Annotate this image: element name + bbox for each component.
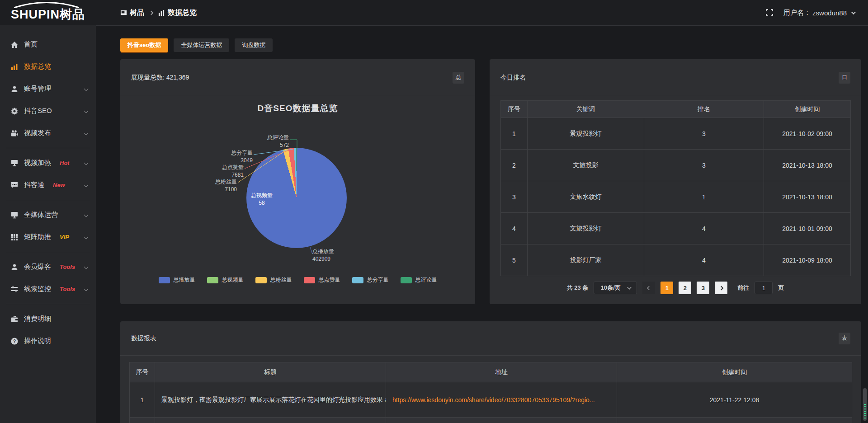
legend-item-shares[interactable]: 总分享量 xyxy=(352,276,389,284)
table-row: 3 文旅水纹灯 1 2021-10-13 18:00 xyxy=(501,181,851,213)
goto-unit: 页 xyxy=(778,284,784,292)
username: zswodun88 xyxy=(812,9,847,17)
sidebar-item-lead-monitor[interactable]: 线索监控 Tools xyxy=(0,278,96,300)
chevron-down-icon xyxy=(84,235,89,240)
monitor-icon xyxy=(11,212,18,219)
chevron-down-icon xyxy=(627,285,632,290)
legend-swatch xyxy=(207,277,218,283)
legend-item-plays[interactable]: 总播放量 xyxy=(159,276,195,284)
fullscreen-icon[interactable] xyxy=(765,9,774,17)
sidebar-item-omni-media[interactable]: 全媒体运营 xyxy=(0,204,96,226)
page-button-1[interactable]: 1 xyxy=(660,282,673,294)
page-button-3[interactable]: 3 xyxy=(697,282,709,294)
sidebar-item-douyin-seo[interactable]: 抖音SEO xyxy=(0,100,96,122)
sidebar-item-data-overview[interactable]: 数据总览 xyxy=(0,56,96,78)
app-square-icon xyxy=(120,9,127,16)
table-row: 2 文旅投影 3 2021-10-13 18:00 xyxy=(501,150,851,181)
chevron-down-icon xyxy=(84,183,89,188)
legend-item-fans[interactable]: 总粉丝量 xyxy=(255,276,292,284)
table-header-row: 序号 标题 地址 创建时间 xyxy=(130,362,852,382)
sidebar-item-doukengtong[interactable]: 抖客通 New xyxy=(0,174,96,196)
home-icon xyxy=(11,41,18,48)
legend-item-videos[interactable]: 总视频量 xyxy=(207,276,244,284)
chart-title: D音SEO数据量总览 xyxy=(120,103,475,114)
pie-label-comments: 总评论量572 xyxy=(267,134,289,149)
bar-chart-icon xyxy=(158,9,165,16)
pie-label-videos: 总视频量58 xyxy=(249,192,274,207)
video-url-link[interactable]: https://www.iesdouyin.com/share/video/70… xyxy=(392,396,595,404)
page-size-select[interactable]: 10条/页 xyxy=(594,282,637,294)
legend-swatch xyxy=(352,277,363,283)
chevron-right-icon xyxy=(719,286,723,290)
chat-bubble-icon xyxy=(11,182,18,189)
chevron-down-icon xyxy=(84,213,89,217)
hot-badge: Hot xyxy=(60,160,70,166)
table-row: 1 景观投影灯，夜游景观投影灯厂家展示展示落花灯在花园里的灯光投影应用效果 # … xyxy=(130,382,852,418)
sidebar-item-account[interactable]: 账号管理 xyxy=(0,78,96,100)
data-report-panel: 数据报表 表 序号 标题 地址 创建时间 1 景观投影灯，夜游景观投影灯厂家展示… xyxy=(120,321,861,423)
prev-page-button[interactable] xyxy=(642,282,655,294)
user-menu[interactable]: 用户名：zswodun88 xyxy=(783,9,854,17)
today-ranking-panel: 今日排名 日 序号 关键词 排名 创建时间 1 景观投影灯 3 xyxy=(490,59,861,304)
sidebar-item-video-heat[interactable]: 视频加热 Hot xyxy=(0,152,96,174)
sidebar-divider xyxy=(6,200,90,200)
day-view-button[interactable]: 日 xyxy=(839,72,850,84)
total-view-button[interactable]: 总 xyxy=(453,72,464,84)
chevron-down-icon xyxy=(84,109,89,113)
breadcrumb-root[interactable]: 树品 xyxy=(120,8,144,18)
main-content: 抖音seo数据 全媒体运营数据 询盘数据 展现量总数: 421,369 总 D音… xyxy=(96,25,868,423)
report-table: 序号 标题 地址 创建时间 1 景观投影灯，夜游景观投影灯厂家展示展示落花灯在花… xyxy=(129,362,852,423)
next-page-button[interactable] xyxy=(715,282,727,294)
pagination: 共 23 条 10条/页 1 2 3 前往 页 xyxy=(490,282,861,294)
grid-icon xyxy=(11,234,18,241)
sidebar-divider xyxy=(6,148,90,148)
board-icon xyxy=(11,160,18,167)
video-camera-icon xyxy=(11,130,18,137)
logo-arc-icon xyxy=(13,2,80,8)
legend-item-comments[interactable]: 总评论量 xyxy=(401,276,437,284)
sidebar-item-consumption[interactable]: 消费明细 xyxy=(0,308,96,330)
chevron-down-icon xyxy=(84,287,89,291)
page-button-2[interactable]: 2 xyxy=(679,282,691,294)
legend-swatch xyxy=(255,277,267,283)
pie-chart: D音SEO数据量总览 总评论量572 总分享量3049 总点赞量7681 xyxy=(120,96,475,304)
table-row xyxy=(130,418,852,423)
ranking-title: 今日排名 xyxy=(500,74,526,82)
pie-label-likes: 总点赞量7681 xyxy=(222,164,244,179)
legend-swatch xyxy=(401,277,412,283)
sidebar-item-member-burst[interactable]: 会员爆客 Tools xyxy=(0,256,96,278)
data-tabs: 抖音seo数据 全媒体运营数据 询盘数据 xyxy=(120,38,862,52)
chart-legend: 总播放量 总视频量 总粉丝量 总点赞量 总分享量 总评论量 xyxy=(120,276,475,284)
breadcrumb-current[interactable]: 数据总览 xyxy=(158,8,197,18)
chevron-down-icon xyxy=(84,265,89,269)
tools-badge: Tools xyxy=(60,286,75,292)
user-icon xyxy=(11,85,18,93)
user-icon xyxy=(11,263,18,271)
sidebar-item-video-publish[interactable]: 视频发布 xyxy=(0,122,96,144)
sidebar-item-matrix-boost[interactable]: 矩阵助推 VIP xyxy=(0,226,96,248)
legend-item-likes[interactable]: 总点赞量 xyxy=(304,276,340,284)
legend-swatch xyxy=(159,277,170,283)
pagination-total: 共 23 条 xyxy=(567,284,589,292)
sidebar-item-home[interactable]: 首页 xyxy=(0,33,96,56)
table-row: 1 景观投影灯 3 2021-10-02 09:00 xyxy=(501,118,851,150)
chevron-down-icon xyxy=(84,131,89,136)
ranking-panel-header: 今日排名 日 xyxy=(490,59,861,96)
goto-page-input[interactable] xyxy=(755,282,773,294)
chart-panel-header: 展现量总数: 421,369 总 xyxy=(120,59,475,96)
table-row: 4 文旅投影灯 4 2021-10-01 09:00 xyxy=(501,213,851,244)
chevron-left-icon xyxy=(646,286,651,290)
legend-swatch xyxy=(304,277,315,283)
breadcrumb-separator-icon xyxy=(149,10,154,15)
app-logo: SHUPIN树品 xyxy=(0,0,96,25)
sidebar-item-help[interactable]: ? 操作说明 xyxy=(0,330,96,352)
gear-icon xyxy=(11,108,18,115)
user-label: 用户名： xyxy=(783,9,811,17)
logo-text: SHUPIN树品 xyxy=(11,6,85,23)
impressions-total: 展现量总数: 421,369 xyxy=(131,74,189,82)
tab-omni-media-data[interactable]: 全媒体运营数据 xyxy=(174,38,229,52)
tab-douyin-seo-data[interactable]: 抖音seo数据 xyxy=(120,38,168,52)
tab-inquiry-data[interactable]: 询盘数据 xyxy=(235,38,273,52)
scrollbar-thumb[interactable] xyxy=(863,388,867,421)
table-view-button[interactable]: 表 xyxy=(839,333,850,344)
